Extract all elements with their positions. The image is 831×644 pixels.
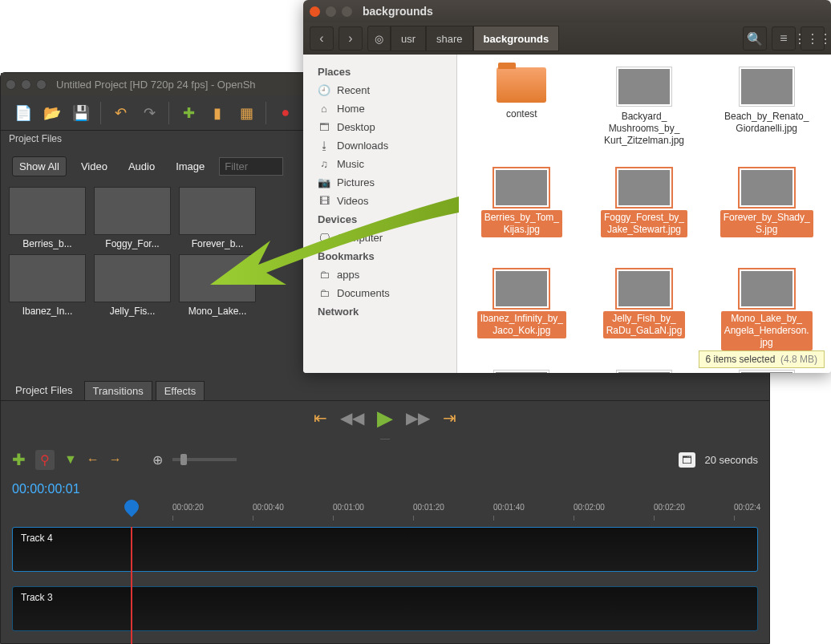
file-item[interactable]: Berries_by_Tom_ Kijas.jpg bbox=[462, 164, 582, 261]
profile-icon[interactable]: ▮ bbox=[206, 102, 229, 124]
project-thumb[interactable]: Jelly_Fis... bbox=[92, 254, 172, 317]
sidebar-item-apps[interactable]: 🗀apps bbox=[306, 265, 453, 284]
fullscreen-icon[interactable]: ▦ bbox=[235, 102, 257, 124]
resize-handle-icon[interactable]: ┄┄ bbox=[1, 435, 769, 444]
file-name: Foggy_Forest_by_ Jake_Stewart.jpg bbox=[601, 210, 687, 237]
center-playhead-icon[interactable]: ⊕ bbox=[152, 452, 163, 468]
grid-view-icon[interactable]: ⋮⋮⋮ bbox=[801, 26, 825, 51]
crumb-share[interactable]: share bbox=[426, 26, 473, 51]
window-title: backgrounds bbox=[363, 5, 433, 18]
save-project-icon[interactable]: 💾 bbox=[70, 102, 92, 124]
music-icon: ♫ bbox=[318, 158, 330, 170]
file-item[interactable]: Backyard_ Mushrooms_by_ Kurt_Zitzelman.j… bbox=[585, 63, 704, 160]
file-thumbnail bbox=[617, 269, 671, 308]
ruler-tick: 00:02:00 bbox=[574, 503, 605, 512]
forward-button[interactable]: › bbox=[338, 26, 363, 51]
prev-marker-icon[interactable]: ← bbox=[87, 452, 99, 467]
crumb-usr[interactable]: usr bbox=[391, 26, 426, 51]
search-icon[interactable]: 🔍 bbox=[743, 26, 767, 51]
sidebar-item-desktop[interactable]: 🗔Desktop bbox=[306, 118, 453, 136]
open-project-icon[interactable]: 📂 bbox=[41, 102, 63, 124]
file-name: Berries_by_Tom_ Kijas.jpg bbox=[481, 210, 562, 237]
timeline-ruler[interactable]: 00:00:20 00:00:40 00:01:00 00:01:20 00:0… bbox=[12, 503, 758, 527]
next-marker-icon[interactable]: → bbox=[109, 452, 122, 467]
filter-video[interactable]: Video bbox=[75, 157, 114, 176]
maximize-icon[interactable] bbox=[36, 79, 47, 90]
file-thumbnail bbox=[617, 168, 671, 207]
file-item[interactable]: Ibanez_Infinity_by_ Jaco_Kok.jpg bbox=[462, 265, 582, 363]
sidebar-item-home[interactable]: ⌂Home bbox=[306, 99, 453, 118]
add-track-icon[interactable]: ✚ bbox=[12, 450, 26, 469]
filter-show-all[interactable]: Show All bbox=[12, 156, 67, 176]
zoom-icon[interactable]: 🗔 bbox=[679, 452, 695, 468]
file-item[interactable]: Foggy_Forest_by_ Jake_Stewart.jpg bbox=[585, 164, 704, 261]
filter-audio[interactable]: Audio bbox=[122, 157, 161, 176]
back-button[interactable]: ‹ bbox=[310, 26, 334, 51]
timeline-track[interactable]: Track 4 bbox=[12, 527, 758, 572]
filter-input[interactable] bbox=[219, 157, 283, 176]
timeline-track[interactable]: Track 3 bbox=[12, 586, 758, 631]
tab-transitions[interactable]: Transitions bbox=[84, 381, 152, 400]
project-thumb[interactable]: Foggy_For... bbox=[92, 187, 172, 249]
window-title: Untitled Project [HD 720p 24 fps] - Open… bbox=[56, 79, 256, 91]
close-icon[interactable] bbox=[310, 6, 320, 17]
nautilus-sidebar: Places 🕘Recent ⌂Home 🗔Desktop ⭳Downloads… bbox=[303, 55, 457, 373]
file-item[interactable]: Jelly_Fish_by_ RaDu_GaLaN.jpg bbox=[585, 265, 704, 363]
file-item[interactable]: Forever_by_Shady_ S.jpg bbox=[707, 164, 826, 261]
nautilus-titlebar[interactable]: backgrounds bbox=[303, 0, 831, 22]
tab-project-files[interactable]: Project Files bbox=[7, 381, 81, 400]
crumb-root-icon[interactable]: ◎ bbox=[367, 26, 391, 51]
timeline[interactable]: 00:00:00:01 00:00:20 00:00:40 00:01:00 0… bbox=[1, 476, 769, 644]
project-thumb[interactable]: Ibanez_In... bbox=[7, 254, 87, 317]
zoom-label: 20 seconds bbox=[705, 454, 759, 466]
computer-icon: 🖵 bbox=[318, 232, 330, 244]
file-item[interactable]: Reflections_b bbox=[585, 366, 704, 373]
videos-icon: 🎞 bbox=[318, 195, 330, 207]
file-item[interactable]: Mono_Lake_by_ Angela_Henderson. jpg bbox=[707, 265, 826, 363]
sidebar-item-downloads[interactable]: ⭳Downloads bbox=[306, 136, 453, 155]
nautilus-toolbar: ‹ › ◎ usr share backgrounds 🔍 ≡ ⋮⋮⋮ bbox=[303, 22, 831, 55]
folder-icon bbox=[497, 67, 546, 103]
file-name: Beach_by_Renato_ Giordanelli.jpg bbox=[721, 109, 812, 136]
project-thumb[interactable]: Berries_b... bbox=[7, 187, 87, 249]
file-item[interactable]: contest bbox=[462, 63, 582, 160]
fast-forward-icon[interactable]: ▶▶ bbox=[406, 408, 430, 427]
sidebar-item-videos[interactable]: 🎞Videos bbox=[306, 192, 453, 210]
tab-effects[interactable]: Effects bbox=[156, 381, 205, 400]
sidebar-item-music[interactable]: ♫Music bbox=[306, 155, 453, 173]
view-options-icon[interactable]: ≡ bbox=[772, 26, 796, 51]
export-icon[interactable]: ● bbox=[274, 102, 297, 124]
rewind-icon[interactable]: ◀◀ bbox=[340, 408, 364, 427]
minimize-icon[interactable] bbox=[21, 79, 31, 90]
marker-icon[interactable]: ▼ bbox=[64, 452, 77, 467]
sidebar-item-recent[interactable]: 🕘Recent bbox=[306, 81, 453, 99]
crumb-backgrounds[interactable]: backgrounds bbox=[473, 26, 560, 51]
minimize-icon[interactable] bbox=[326, 6, 336, 17]
undo-icon[interactable]: ↶ bbox=[109, 102, 132, 124]
sidebar-item-pictures[interactable]: 📷Pictures bbox=[306, 173, 453, 192]
jump-end-icon[interactable]: ⇥ bbox=[443, 408, 456, 427]
close-icon[interactable] bbox=[6, 79, 16, 90]
filter-image[interactable]: Image bbox=[169, 157, 211, 176]
new-project-icon[interactable]: 📄 bbox=[12, 102, 34, 124]
breadcrumb: ◎ usr share backgrounds bbox=[367, 26, 559, 51]
project-thumb[interactable]: Forever_b... bbox=[177, 187, 257, 249]
zoom-slider[interactable] bbox=[172, 458, 237, 461]
maximize-icon[interactable] bbox=[342, 6, 352, 17]
file-item[interactable]: Partitura_by_ bbox=[462, 366, 582, 373]
file-item[interactable]: Beach_by_Renato_ Giordanelli.jpg bbox=[707, 63, 826, 160]
separator bbox=[168, 102, 169, 124]
sidebar-heading-places: Places bbox=[306, 63, 453, 81]
snap-icon[interactable]: ⚲ bbox=[35, 450, 55, 470]
project-thumb[interactable]: Mono_Lake... bbox=[177, 254, 257, 317]
playhead-line[interactable] bbox=[131, 527, 132, 644]
import-icon[interactable]: ✚ bbox=[177, 102, 200, 124]
file-grid[interactable]: contestBackyard_ Mushrooms_by_ Kurt_Zitz… bbox=[457, 55, 831, 373]
status-text: 6 items selected bbox=[706, 354, 776, 365]
redo-icon[interactable]: ↷ bbox=[138, 102, 160, 124]
play-icon[interactable]: ▶ bbox=[377, 406, 393, 431]
sidebar-item-computer[interactable]: 🖵Computer bbox=[306, 229, 453, 247]
jump-start-icon[interactable]: ⇤ bbox=[314, 408, 327, 427]
sidebar-item-documents[interactable]: 🗀Documents bbox=[306, 284, 453, 302]
ruler-tick: 00:00:40 bbox=[253, 503, 284, 512]
